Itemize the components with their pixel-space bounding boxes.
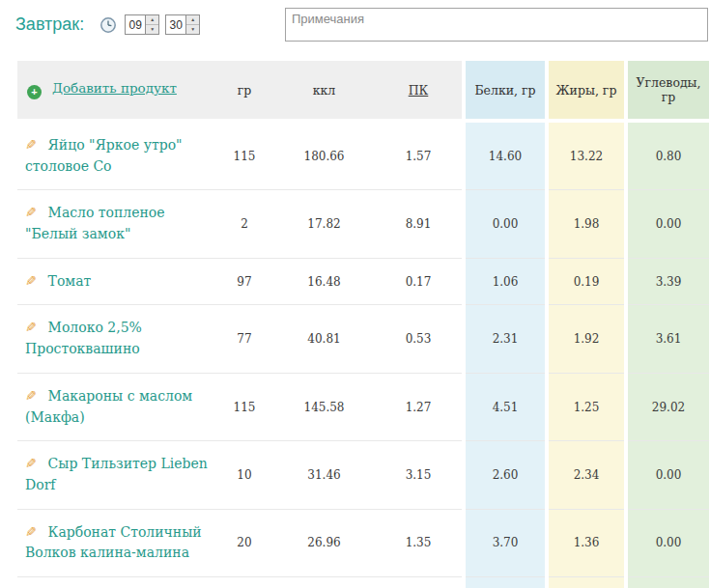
gr-cell: 10: [215, 441, 273, 509]
minutes-spin-buttons: ▲ ▼: [185, 15, 199, 34]
table-row: ✎ Томат 97 16.48 0.17 1.06 0.19 3.39: [17, 258, 709, 305]
food-table: + Добавить продукт гр ккл ПК Белки, гр Ж…: [17, 61, 709, 588]
carbs-cell: 0.00: [626, 509, 709, 576]
carbs-cell: 1.61: [626, 576, 709, 588]
clock-icon[interactable]: [99, 16, 117, 34]
protein-cell: 3.70: [464, 509, 547, 576]
meal-header: Завтрак: ▲ ▼ ▲ ▼: [0, 0, 710, 51]
protein-cell: 14.60: [464, 121, 547, 190]
fat-cell: 0.00: [547, 576, 626, 588]
protein-cell: 2.31: [464, 305, 547, 373]
fat-cell: 1.36: [547, 509, 626, 576]
minutes-up-button[interactable]: ▲: [186, 15, 199, 24]
hours-spin-buttons: ▲ ▼: [145, 15, 158, 34]
pk-cell: 8.91: [375, 190, 464, 258]
kcal-cell: 40.81: [273, 305, 375, 373]
hours-down-button[interactable]: ▼: [146, 24, 158, 34]
table-row: ✎ Молоко 2,5% Простоквашино 77 40.81 0.5…: [17, 305, 709, 373]
product-cell: ✎ Сыр Тильзитер Lieben Dorf: [17, 441, 215, 509]
product-cell: ✎ Макароны с маслом (Макфа): [17, 373, 215, 440]
protein-cell: 0.07: [464, 576, 547, 588]
edit-pencil-icon[interactable]: ✎: [25, 137, 37, 153]
meal-section: Завтрак: ▲ ▼ ▲ ▼: [0, 0, 710, 588]
table-row: ✎ Карбонат Столичный Волков калина-малин…: [17, 509, 709, 576]
col-header-fat: Жиры, гр: [547, 61, 626, 121]
carbs-cell: 0.00: [626, 190, 709, 258]
meal-title: Завтрак:: [15, 14, 84, 35]
protein-cell: 1.06: [464, 258, 547, 305]
hours-up-button[interactable]: ▲: [146, 15, 158, 24]
table-row: ✎ Кетчуп Heinz томатный 7 6.65 0.95 0.07…: [17, 576, 709, 588]
pk-cell: 1.57: [375, 121, 464, 190]
col-header-kcal: ккл: [273, 61, 375, 121]
minutes-down-button[interactable]: ▼: [186, 24, 199, 34]
kcal-cell: 145.58: [273, 373, 375, 440]
gr-cell: 2: [215, 190, 273, 258]
carbs-cell: 3.39: [626, 258, 709, 305]
product-cell: ✎ Масло топленое "Белый замок": [17, 190, 215, 258]
minutes-spinner: ▲ ▼: [165, 14, 200, 35]
edit-pencil-icon[interactable]: ✎: [25, 205, 37, 220]
protein-cell: 4.51: [464, 373, 547, 440]
fat-cell: 1.92: [547, 305, 626, 373]
table-row: ✎ Макароны с маслом (Макфа) 115 145.58 1…: [17, 373, 709, 440]
product-link[interactable]: Яйцо "Яркое утро" столовое Со: [25, 137, 183, 174]
kcal-cell: 180.66: [273, 121, 375, 190]
kcal-cell: 17.82: [273, 190, 375, 258]
protein-cell: 2.60: [464, 441, 547, 509]
col-header-carbs: Углеводы, гр: [626, 61, 709, 121]
table-header-row: + Добавить продукт гр ккл ПК Белки, гр Ж…: [17, 61, 709, 121]
carbs-cell: 0.00: [626, 441, 709, 509]
protein-cell: 0.00: [464, 190, 547, 258]
edit-pencil-icon[interactable]: ✎: [25, 524, 37, 540]
pk-cell: 1.35: [375, 509, 464, 576]
table-row: ✎ Масло топленое "Белый замок" 2 17.82 8…: [17, 190, 709, 258]
fat-cell: 1.25: [547, 373, 626, 440]
product-link[interactable]: Сыр Тильзитер Lieben Dorf: [25, 456, 208, 492]
carbs-cell: 29.02: [626, 373, 709, 440]
pk-cell: 0.17: [375, 258, 464, 305]
product-link[interactable]: Томат: [48, 273, 92, 289]
fat-cell: 2.34: [547, 441, 626, 509]
edit-pencil-icon[interactable]: ✎: [25, 320, 37, 335]
gr-cell: 7: [215, 576, 273, 588]
edit-pencil-icon[interactable]: ✎: [25, 388, 37, 404]
gr-cell: 97: [215, 258, 273, 305]
pk-cell: 1.27: [375, 373, 464, 440]
carbs-cell: 3.61: [626, 305, 709, 373]
add-product-link[interactable]: Добавить продукт: [52, 80, 177, 96]
product-link[interactable]: Карбонат Столичный Волков калина-малина: [25, 524, 202, 561]
gr-cell: 115: [215, 373, 273, 440]
gr-cell: 115: [215, 121, 273, 190]
col-header-gr: гр: [215, 61, 273, 121]
add-product-icon[interactable]: +: [27, 85, 42, 99]
pk-cell: 0.53: [375, 305, 464, 373]
product-cell: ✎ Томат: [17, 258, 215, 305]
product-link[interactable]: Масло топленое "Белый замок": [25, 205, 165, 241]
edit-pencil-icon[interactable]: ✎: [25, 456, 37, 471]
product-cell: ✎ Карбонат Столичный Волков калина-малин…: [17, 509, 215, 576]
fat-cell: 0.19: [547, 258, 626, 305]
product-cell: ✎ Яйцо "Яркое утро" столовое Со: [17, 121, 215, 190]
notes-input[interactable]: [285, 8, 708, 42]
kcal-cell: 26.96: [273, 509, 375, 576]
minutes-input[interactable]: [166, 15, 185, 34]
product-cell: ✎ Молоко 2,5% Простоквашино: [17, 305, 215, 373]
pk-cell: 3.15: [375, 441, 464, 509]
carbs-cell: 0.80: [626, 121, 709, 190]
kcal-cell: 16.48: [273, 258, 375, 305]
hours-input[interactable]: [126, 15, 145, 34]
product-link[interactable]: Макароны с маслом (Макфа): [25, 388, 192, 425]
pk-cell: 0.95: [375, 576, 464, 588]
table-row: ✎ Сыр Тильзитер Lieben Dorf 10 31.46 3.1…: [17, 441, 709, 509]
col-header-protein: Белки, гр: [464, 61, 547, 121]
product-link[interactable]: Молоко 2,5% Простоквашино: [25, 320, 142, 356]
table-body: ✎ Яйцо "Яркое утро" столовое Со 115 180.…: [17, 121, 709, 588]
gr-cell: 77: [215, 305, 273, 373]
edit-pencil-icon[interactable]: ✎: [25, 273, 37, 289]
kcal-cell: 6.65: [273, 576, 375, 588]
add-product-header: + Добавить продукт: [17, 61, 215, 121]
hours-spinner: ▲ ▼: [125, 14, 159, 35]
pk-header-link[interactable]: ПК: [409, 83, 429, 98]
table-row: ✎ Яйцо "Яркое утро" столовое Со 115 180.…: [17, 121, 709, 190]
